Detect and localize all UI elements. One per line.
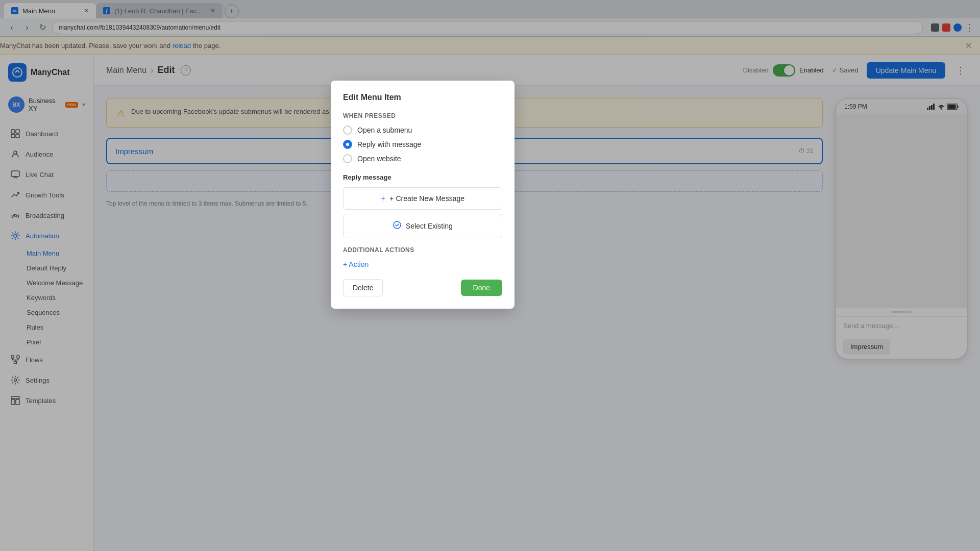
radio-open-submenu[interactable]: Open a submenu: [343, 126, 502, 135]
radio-label-reply-with-message: Reply with message: [357, 140, 421, 148]
when-pressed-label: When pressed: [343, 112, 502, 119]
radio-circle-open-website: [343, 154, 352, 163]
modal-overlay: Edit Menu Item When pressed Open a subme…: [0, 0, 980, 551]
plus-icon: +: [381, 194, 385, 203]
edit-menu-item-modal: Edit Menu Item When pressed Open a subme…: [331, 81, 514, 309]
radio-reply-with-message[interactable]: Reply with message: [343, 140, 502, 149]
select-existing-label: Select Existing: [406, 222, 453, 230]
select-existing-icon: [393, 220, 402, 232]
create-new-message-button[interactable]: + + Create New Message: [343, 187, 502, 210]
radio-circle-open-submenu: [343, 126, 352, 135]
radio-group: Open a submenu Reply with message Open w…: [343, 126, 502, 163]
radio-circle-reply-with-message: [343, 140, 352, 149]
add-action-button[interactable]: + Action: [343, 260, 369, 268]
delete-button[interactable]: Delete: [343, 279, 383, 296]
radio-label-open-website: Open website: [357, 155, 401, 163]
done-button[interactable]: Done: [461, 280, 502, 296]
reply-message-section: Reply message + + Create New Message Sel…: [343, 173, 502, 238]
create-new-message-label: + Create New Message: [389, 194, 464, 203]
modal-footer: Delete Done: [343, 279, 502, 296]
radio-open-website[interactable]: Open website: [343, 154, 502, 163]
select-existing-button[interactable]: Select Existing: [343, 214, 502, 238]
reply-message-label: Reply message: [343, 173, 502, 181]
additional-actions-label: Additional Actions: [343, 246, 502, 254]
radio-label-open-submenu: Open a submenu: [357, 126, 412, 134]
additional-actions-section: Additional Actions + Action: [343, 246, 502, 269]
modal-title: Edit Menu Item: [343, 93, 502, 102]
